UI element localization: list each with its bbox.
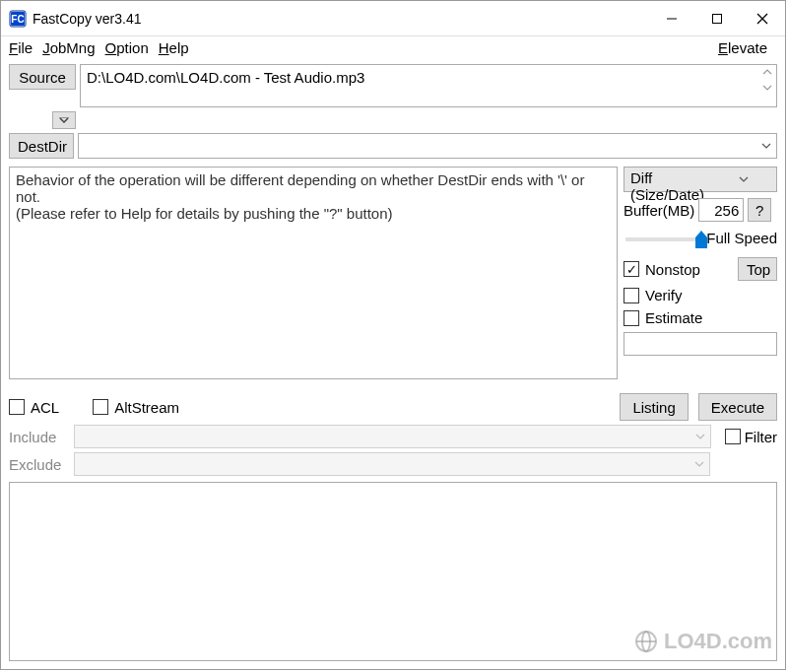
destdir-button[interactable]: DestDir [9,133,74,159]
behavior-box: Behavior of the operation will be differ… [9,167,618,379]
buffer-input[interactable] [698,198,744,222]
action-row: ACL AltStream Listing Execute [9,393,777,421]
filter-toggle[interactable]: Filter [725,429,777,445]
globe-icon [634,630,658,653]
include-row: Include Filter [9,425,777,448]
app-icon: FC [9,10,27,28]
destdir-combo[interactable] [78,133,777,159]
speed-track[interactable] [625,237,704,241]
source-history-row [9,111,777,129]
speed-slider-row: Full Speed [624,228,777,251]
scroll-down-icon[interactable] [762,83,774,95]
status-box [624,332,777,356]
nonstop-checkbox[interactable]: ✓ Nonstop [624,261,700,278]
verify-row: Verify [624,287,777,303]
window-title: FastCopy ver3.41 [33,11,142,27]
mode-select[interactable]: Diff (Size/Date) [624,167,777,192]
watermark: LO4D.com [634,629,772,654]
top-button[interactable]: Top [738,257,777,281]
include-label: Include [9,429,68,445]
nonstop-row: ✓ Nonstop Top [624,257,777,281]
behavior-line2: (Please refer to Help for details by pus… [16,205,611,222]
source-scroll [762,67,774,95]
checkbox-unchecked-icon [93,399,108,415]
window-controls [649,3,785,34]
buffer-row: Buffer(MB) ? [624,198,777,222]
main-window: FC FastCopy ver3.41 File JobMng Option H… [0,0,786,670]
exclude-combo[interactable] [74,452,710,476]
menubar: File JobMng Option Help Elevate [1,36,785,60]
destdir-dropdown-icon[interactable] [756,134,776,158]
menu-option[interactable]: Option [105,39,149,56]
listing-button[interactable]: Listing [620,393,688,421]
scroll-up-icon[interactable] [762,67,774,79]
source-history-dropdown[interactable] [52,111,76,129]
menu-elevate[interactable]: Elevate [718,39,767,56]
include-combo[interactable] [74,425,711,448]
include-dropdown-icon[interactable] [690,426,710,447]
behavior-line1: Behavior of the operation will be differ… [16,171,611,205]
checkbox-unchecked-icon [624,310,639,326]
checkbox-checked-icon: ✓ [624,261,639,277]
checkbox-unchecked-icon [624,288,639,303]
help-button[interactable]: ? [748,198,771,222]
exclude-dropdown-icon[interactable] [690,453,709,475]
close-button[interactable] [740,3,785,34]
checkbox-unchecked-icon [9,399,25,415]
source-input[interactable]: D:\LO4D.com\LO4D.com - Test Audio.mp3 [80,64,777,107]
exclude-label: Exclude [9,456,68,473]
content-area: Source D:\LO4D.com\LO4D.com - Test Audio… [1,60,785,669]
menu-jobmng[interactable]: JobMng [42,39,95,56]
exclude-row: Exclude [9,452,777,476]
execute-button[interactable]: Execute [698,393,777,421]
maximize-button[interactable] [694,3,740,34]
estimate-row: Estimate [624,309,777,326]
altstream-checkbox[interactable]: AltStream [93,399,179,416]
estimate-checkbox[interactable]: Estimate [624,309,702,326]
right-column: Diff (Size/Date) Buffer(MB) ? Full Speed [624,167,777,379]
source-button[interactable]: Source [9,64,76,90]
menu-file[interactable]: File [9,39,33,56]
dest-row: DestDir [9,133,777,159]
checkbox-unchecked-icon [725,429,741,444]
svg-rect-4 [713,14,722,23]
mode-selected: Diff (Size/Date) [624,168,710,191]
speed-label: Full Speed [706,230,777,246]
buffer-label: Buffer(MB) [624,202,694,219]
menu-help[interactable]: Help [159,39,189,56]
source-row: Source D:\LO4D.com\LO4D.com - Test Audio… [9,64,777,107]
destdir-input[interactable] [79,134,756,158]
minimize-button[interactable] [649,3,694,34]
mode-dropdown-icon[interactable] [710,168,776,191]
verify-checkbox[interactable]: Verify [624,287,683,303]
source-input-wrap: D:\LO4D.com\LO4D.com - Test Audio.mp3 [80,64,777,107]
svg-text:FC: FC [11,14,24,25]
acl-checkbox[interactable]: ACL [9,399,59,416]
titlebar: FC FastCopy ver3.41 [1,1,785,36]
main-split: Behavior of the operation will be differ… [9,167,777,379]
